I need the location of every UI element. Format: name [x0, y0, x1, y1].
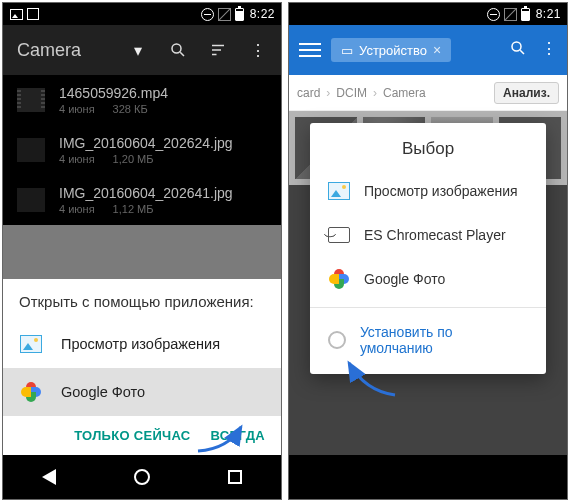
chooser-dialog: Выбор Просмотр изображения ES Chromecast… — [310, 123, 546, 374]
gallery-status-icon — [9, 7, 23, 21]
google-photos-icon — [19, 380, 43, 404]
clock: 8:21 — [536, 7, 561, 21]
clock: 8:22 — [250, 7, 275, 21]
dialog-item-label: Google Фото — [364, 271, 445, 287]
dialog-title: Выбор — [310, 123, 546, 169]
svg-point-0 — [172, 44, 181, 53]
video-file-icon — [17, 88, 45, 112]
no-sim-icon — [504, 8, 517, 21]
set-default-row[interactable]: Установить по умолчанию — [310, 314, 546, 370]
image-file-icon — [17, 188, 45, 212]
search-icon[interactable] — [169, 41, 187, 59]
battery-icon — [521, 8, 530, 21]
navigation-bar — [3, 455, 281, 499]
file-list[interactable]: 1465059926.mp4 4 июня328 КБ IMG_20160604… — [3, 75, 281, 225]
breadcrumb: card › DCIM › Camera Анализ. — [289, 75, 567, 111]
just-once-button[interactable]: ТОЛЬКО СЕЙЧАС — [74, 428, 190, 443]
dialog-item-chromecast[interactable]: ES Chromecast Player — [310, 213, 546, 257]
close-icon[interactable]: × — [433, 42, 441, 58]
dialog-scrim[interactable]: Выбор Просмотр изображения ES Chromecast… — [289, 111, 567, 455]
device-pill[interactable]: ▭ Устройство × — [331, 38, 451, 62]
overflow-icon[interactable]: ⋮ — [249, 41, 267, 59]
screenshot-status-icon — [26, 7, 40, 21]
sort-icon[interactable] — [209, 41, 227, 59]
folder-icon: ▭ — [341, 43, 353, 58]
file-name: IMG_20160604_202624.jpg — [59, 135, 267, 151]
recents-button[interactable] — [210, 462, 260, 492]
dnd-icon — [201, 8, 214, 21]
appbar: Camera ▾ ⋮ — [3, 25, 281, 75]
svg-line-1 — [180, 52, 184, 56]
sheet-item-label: Google Фото — [61, 384, 145, 400]
always-button[interactable]: ВСЕГДА — [211, 428, 265, 443]
svg-line-6 — [520, 50, 524, 54]
sheet-item-google-photos[interactable]: Google Фото — [3, 368, 281, 416]
status-bar: 8:22 — [3, 3, 281, 25]
dialog-item-label: ES Chromecast Player — [364, 227, 506, 243]
gallery-icon — [328, 180, 350, 202]
chromecast-icon — [328, 224, 350, 246]
chevron-right-icon: › — [326, 86, 330, 100]
dialog-item-label: Просмотр изображения — [364, 183, 518, 199]
file-row[interactable]: IMG_20160604_202624.jpg 4 июня1,20 МБ — [3, 125, 281, 175]
google-photos-icon — [328, 268, 350, 290]
back-button[interactable] — [24, 462, 74, 492]
image-file-icon — [17, 138, 45, 162]
sheet-item-label: Просмотр изображения — [61, 336, 220, 352]
chevron-right-icon: › — [373, 86, 377, 100]
sheet-item-gallery[interactable]: Просмотр изображения — [3, 320, 281, 368]
file-name: IMG_20160604_202641.jpg — [59, 185, 267, 201]
set-default-label: Установить по умолчанию — [360, 324, 528, 356]
search-icon[interactable] — [509, 39, 527, 61]
no-sim-icon — [218, 8, 231, 21]
overflow-icon[interactable]: ⋮ — [541, 39, 557, 61]
analyze-button[interactable]: Анализ. — [494, 82, 559, 104]
file-row[interactable]: 1465059926.mp4 4 июня328 КБ — [3, 75, 281, 125]
breadcrumb-item[interactable]: Camera — [383, 86, 426, 100]
breadcrumb-item[interactable]: card — [297, 86, 320, 100]
dropdown-icon[interactable]: ▾ — [129, 41, 147, 59]
file-name: 1465059926.mp4 — [59, 85, 267, 101]
sheet-title: Открыть с помощью приложения: — [3, 279, 281, 320]
radio-unchecked-icon[interactable] — [328, 331, 346, 349]
breadcrumb-item[interactable]: DCIM — [336, 86, 367, 100]
divider — [310, 307, 546, 308]
gallery-icon — [19, 332, 43, 356]
battery-icon — [235, 8, 244, 21]
svg-point-5 — [512, 42, 521, 51]
dnd-icon — [487, 8, 500, 21]
dialog-item-google-photos[interactable]: Google Фото — [310, 257, 546, 301]
open-with-sheet: Открыть с помощью приложения: Просмотр и… — [3, 279, 281, 455]
dialog-item-gallery[interactable]: Просмотр изображения — [310, 169, 546, 213]
menu-icon[interactable] — [299, 43, 321, 57]
home-button[interactable] — [117, 462, 167, 492]
file-row[interactable]: IMG_20160604_202641.jpg 4 июня1,12 МБ — [3, 175, 281, 225]
appbar-title: Camera — [17, 40, 129, 61]
status-bar: 8:21 — [289, 3, 567, 25]
appbar: ▭ Устройство × ⋮ — [289, 25, 567, 75]
